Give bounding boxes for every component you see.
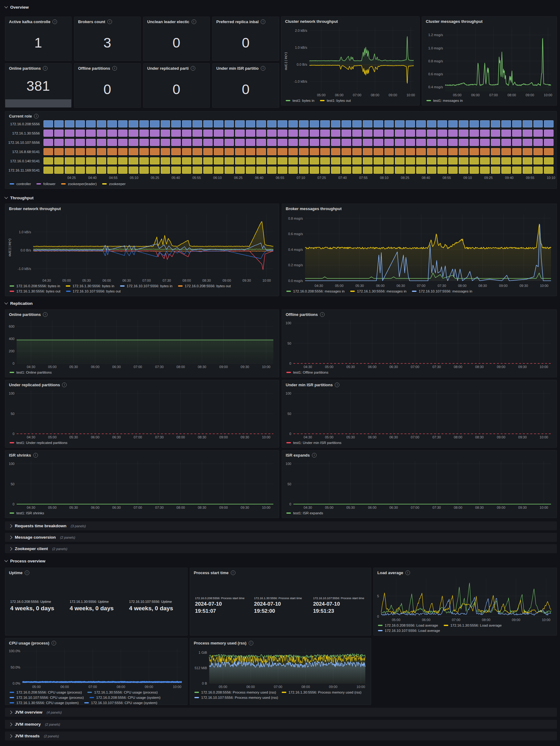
chart-cpu-usage[interactable]: 05:0006:0007:0008:0009:0010:00100.0%50.0… <box>5 647 187 705</box>
timeline-cell-zookeeper(leader)[interactable] <box>491 148 500 155</box>
timeline-cell-zookeeper[interactable] <box>278 157 287 165</box>
timeline-cell-controller[interactable] <box>320 120 330 127</box>
timeline-cell-zookeeper(leader)[interactable] <box>533 148 543 155</box>
legend-item[interactable]: 172.16.0.208:5556: bytes out <box>178 284 231 288</box>
timeline-cell-controller[interactable] <box>299 120 309 127</box>
timeline-cell-zookeeper[interactable] <box>171 157 181 165</box>
timeline-cell-follower[interactable] <box>86 130 96 137</box>
timeline-cell-zookeeper[interactable] <box>161 167 170 174</box>
timeline-cell-follower[interactable] <box>44 130 53 137</box>
timeline-cell-zookeeper(leader)[interactable] <box>118 148 128 155</box>
timeline-cell-zookeeper[interactable] <box>288 167 298 174</box>
chart-cluster-messages[interactable]: 05:0006:0007:0008:0009:0010:001.2 msg/s1… <box>422 25 557 105</box>
timeline-cell-zookeeper[interactable] <box>118 167 128 174</box>
timeline-cell-controller[interactable] <box>416 120 426 127</box>
info-icon[interactable] <box>43 66 48 70</box>
plot-area[interactable]: 04:3005:0005:3006:0006:3007:0007:3008:00… <box>7 458 276 510</box>
timeline-cell-zookeeper(leader)[interactable] <box>544 148 554 155</box>
timeline-cell-zookeeper[interactable] <box>129 157 138 165</box>
timeline-cell-zookeeper[interactable] <box>235 157 245 165</box>
timeline-cell-zookeeper[interactable] <box>225 167 234 174</box>
timeline-cell-follower[interactable] <box>161 130 170 137</box>
timeline-cell-zookeeper(leader)[interactable] <box>310 148 319 155</box>
timeline-cell-follower[interactable] <box>288 130 298 137</box>
legend-item[interactable]: 172.16.1.30:5556: CPU usage (system) <box>9 701 79 705</box>
timeline-cell-zookeeper[interactable] <box>97 167 107 174</box>
timeline-cell-follower[interactable] <box>54 130 64 137</box>
timeline-cell-controller[interactable] <box>310 120 319 127</box>
legend-item[interactable]: 172.16.0.208:5556: bytes in <box>9 284 60 288</box>
plot-area[interactable]: 05:0006:0007:0008:0009:0010:001 GiB512 M… <box>192 647 368 690</box>
timeline-cell-zookeeper[interactable] <box>288 157 298 165</box>
timeline-cell-zookeeper[interactable] <box>214 157 223 165</box>
timeline-cell-zookeeper(leader)[interactable] <box>523 148 532 155</box>
timeline-cell-zookeeper[interactable] <box>54 157 64 165</box>
timeline-cell-zookeeper[interactable] <box>97 157 107 165</box>
timeline-cell-controller[interactable] <box>341 120 351 127</box>
timeline-cell-zookeeper[interactable] <box>438 157 447 165</box>
timeline-cell-controller[interactable] <box>225 120 234 127</box>
timeline-cell-follower[interactable] <box>97 139 107 146</box>
plot-area[interactable]: 04:3005:0005:3006:0006:3007:0007:3008:00… <box>284 388 554 440</box>
timeline-cell-follower[interactable] <box>256 130 266 137</box>
timeline-cell-follower[interactable] <box>267 130 277 137</box>
timeline-cell-follower[interactable] <box>193 139 202 146</box>
timeline-cell-zookeeper[interactable] <box>203 167 213 174</box>
timeline-cell-follower[interactable] <box>76 130 85 137</box>
legend-item[interactable]: test1: Under min ISR partitions <box>286 441 341 444</box>
timeline-cell-controller[interactable] <box>193 120 202 127</box>
timeline-cell-follower[interactable] <box>523 139 532 146</box>
timeline-cell-zookeeper[interactable] <box>363 167 372 174</box>
timeline-cell-zookeeper[interactable] <box>256 157 266 165</box>
timeline-cell-follower[interactable] <box>214 139 223 146</box>
chart-current-role[interactable]: 172.16.0.208:5556172.16.1.30:5556172.16.… <box>5 119 557 189</box>
timeline-cell-zookeeper[interactable] <box>406 167 415 174</box>
timeline-cell-zookeeper[interactable] <box>385 167 394 174</box>
legend-item[interactable]: zookeeper <box>102 182 125 186</box>
legend-item[interactable]: test1: messages in <box>426 99 463 103</box>
timeline-cell-controller[interactable] <box>129 120 138 127</box>
timeline-cell-controller[interactable] <box>246 120 255 127</box>
timeline-cell-zookeeper[interactable] <box>171 167 181 174</box>
legend-item[interactable]: 172.16.10.107:5556: bytes out <box>66 289 121 293</box>
timeline-cell-zookeeper[interactable] <box>533 157 543 165</box>
timeline-cell-zookeeper[interactable] <box>448 167 458 174</box>
timeline-cell-zookeeper(leader)[interactable] <box>352 148 362 155</box>
timeline-cell-follower[interactable] <box>54 139 64 146</box>
chart-under-min-isr[interactable]: 04:3005:0005:3006:0006:3007:0007:3008:00… <box>282 388 557 447</box>
timeline-cell-follower[interactable] <box>438 139 447 146</box>
timeline-cell-zookeeper[interactable] <box>523 167 532 174</box>
legend-item[interactable]: test1: ISR expands <box>286 511 323 515</box>
legend-item[interactable]: test1: Under replicated partitions <box>9 441 67 444</box>
plot-area[interactable]: 04:3005:0005:3006:0006:3007:0007:3008:00… <box>12 212 276 283</box>
timeline-cell-controller[interactable] <box>544 120 554 127</box>
timeline-cell-follower[interactable] <box>299 130 309 137</box>
timeline-cell-controller[interactable] <box>203 120 213 127</box>
timeline-area[interactable]: 172.16.0.208:5556172.16.1.30:5556172.16.… <box>7 119 554 181</box>
legend-item[interactable]: test1: bytes in <box>286 99 314 103</box>
timeline-cell-follower[interactable] <box>97 130 107 137</box>
timeline-cell-zookeeper[interactable] <box>523 157 532 165</box>
timeline-cell-follower[interactable] <box>438 130 447 137</box>
timeline-cell-follower[interactable] <box>523 130 532 137</box>
legend-item[interactable]: 172.16.0.208:5556: CPU usage (system) <box>89 696 161 699</box>
legend-item[interactable]: test1: Online partitions <box>9 371 52 374</box>
info-icon[interactable] <box>107 20 112 24</box>
timeline-cell-zookeeper[interactable] <box>299 167 309 174</box>
chart-process-memory[interactable]: 05:0006:0007:0008:0009:0010:001 GiB512 M… <box>190 647 371 705</box>
timeline-cell-controller[interactable] <box>406 120 415 127</box>
chart-broker-network[interactable]: out(-) | in(+)04:3005:0005:3006:0006:300… <box>5 212 279 296</box>
timeline-cell-follower[interactable] <box>427 130 437 137</box>
timeline-cell-zookeeper(leader)[interactable] <box>480 148 489 155</box>
timeline-cell-follower[interactable] <box>235 139 245 146</box>
timeline-cell-follower[interactable] <box>352 139 362 146</box>
timeline-cell-zookeeper[interactable] <box>341 157 351 165</box>
info-icon[interactable] <box>335 382 339 387</box>
legend-item[interactable]: test1: Offline partitions <box>286 371 328 374</box>
timeline-cell-follower[interactable] <box>193 130 202 137</box>
timeline-cell-zookeeper(leader)[interactable] <box>331 148 341 155</box>
timeline-cell-zookeeper(leader)[interactable] <box>107 148 117 155</box>
timeline-cell-zookeeper[interactable] <box>533 167 543 174</box>
chart-under-replicated[interactable]: 04:3005:0005:3006:0006:3007:0007:3008:00… <box>5 388 279 447</box>
chart-load-average[interactable]: 05:0006:0007:0008:0009:0010:0050172.16.0… <box>374 576 557 635</box>
